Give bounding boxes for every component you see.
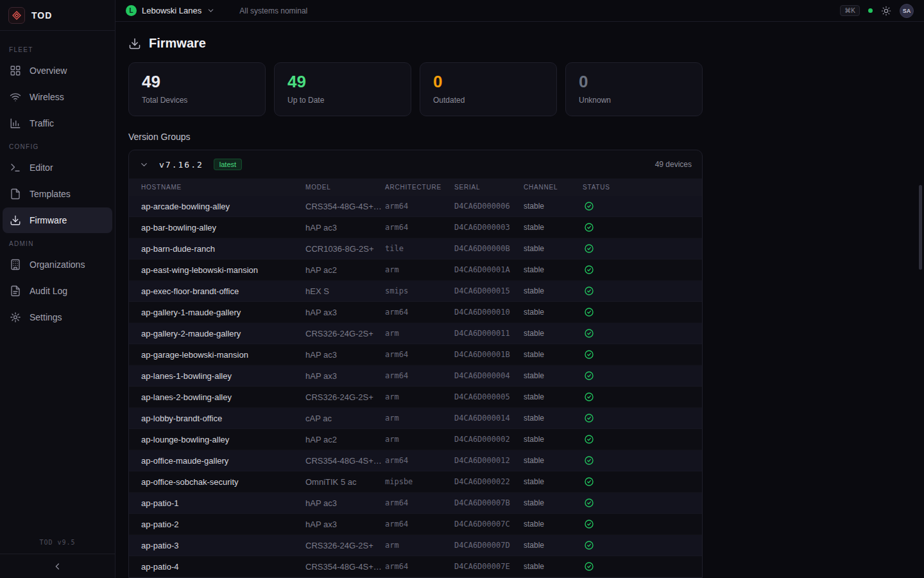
cell-hostname: ap-gallery-2-maude-gallery <box>141 329 305 338</box>
cell-channel: stable <box>524 308 583 317</box>
table-row[interactable]: ap-office-maude-gallery CRS354-48G-4S+… … <box>129 450 702 471</box>
cell-architecture: arm64 <box>385 223 454 232</box>
sidebar-item-templates[interactable]: Templates <box>3 181 112 207</box>
stat-value: 49 <box>142 73 252 91</box>
cell-model: hAP ac3 <box>305 223 385 232</box>
table-row[interactable]: ap-patio-3 CRS326-24G-2S+ arm D4CA6D0000… <box>129 535 702 556</box>
sidebar-item-label: Editor <box>30 162 53 173</box>
table-row[interactable]: ap-arcade-bowling-alley CRS354-48G-4S+… … <box>129 196 702 217</box>
table-row[interactable]: ap-lobby-brandt-office cAP ac arm D4CA6D… <box>129 408 702 429</box>
table-row[interactable]: ap-gallery-2-maude-gallery CRS326-24G-2S… <box>129 323 702 344</box>
cell-model: hAP ax3 <box>305 371 385 381</box>
cell-hostname: ap-gallery-1-maude-gallery <box>141 308 305 317</box>
sidebar-item-label: Wireless <box>30 92 64 102</box>
table-row[interactable]: ap-lanes-1-bowling-alley hAP ax3 arm64 D… <box>129 365 702 387</box>
cell-channel: stable <box>524 286 583 295</box>
cell-architecture: arm64 <box>385 350 454 359</box>
user-avatar[interactable]: SA <box>900 4 914 18</box>
cell-hostname: ap-barn-dude-ranch <box>141 244 305 254</box>
cell-model: hEX S <box>305 286 385 296</box>
cell-status <box>583 222 702 232</box>
sidebar: TOD FLEET Overview Wireless Traffic CONF… <box>0 0 116 578</box>
cell-hostname: ap-patio-1 <box>141 498 305 508</box>
cell-model: hAP ac3 <box>305 350 385 360</box>
cell-serial: D4CA6D000003 <box>454 223 524 232</box>
check-circle-icon <box>584 561 594 572</box>
check-circle-icon <box>584 392 594 402</box>
sidebar-nav: FLEET Overview Wireless Traffic CONFIG E… <box>0 31 115 331</box>
cell-serial: D4CA6D000014 <box>454 414 524 423</box>
cell-architecture: arm64 <box>385 498 454 507</box>
cell-serial: D4CA6D00000B <box>454 244 524 253</box>
cell-serial: D4CA6D000022 <box>454 477 524 486</box>
version-groups-heading: Version Groups <box>128 132 703 142</box>
table-row[interactable]: ap-patio-2 hAP ax3 arm64 D4CA6D00007C st… <box>129 514 702 535</box>
table-row[interactable]: ap-east-wing-lebowski-mansion hAP ac2 ar… <box>129 259 702 281</box>
cell-architecture: arm64 <box>385 520 454 529</box>
chevron-down-icon[interactable] <box>207 6 215 15</box>
check-circle-icon <box>584 477 594 487</box>
check-circle-icon <box>584 286 594 296</box>
cell-architecture: arm <box>385 329 454 338</box>
cell-hostname: ap-patio-4 <box>141 562 305 572</box>
theme-toggle-sun-icon[interactable] <box>881 6 891 16</box>
table-row[interactable]: ap-patio-1 hAP ac3 arm64 D4CA6D00007B st… <box>129 493 702 514</box>
cell-serial: D4CA6D000005 <box>454 392 524 401</box>
cell-serial: D4CA6D000015 <box>454 286 524 295</box>
app-logo[interactable] <box>8 7 25 24</box>
nav-section-config: CONFIG <box>0 137 115 154</box>
sidebar-item-settings[interactable]: Settings <box>3 304 112 330</box>
table-row[interactable]: ap-lanes-2-bowling-alley CRS326-24G-2S+ … <box>129 387 702 408</box>
check-circle-icon <box>584 349 594 360</box>
cell-channel: stable <box>524 223 583 232</box>
table-row[interactable]: ap-lounge-bowling-alley hAP ac2 arm D4CA… <box>129 429 702 450</box>
table-row[interactable]: ap-gallery-1-maude-gallery hAP ax3 arm64… <box>129 302 702 323</box>
cell-architecture: arm64 <box>385 456 454 465</box>
check-circle-icon <box>584 540 594 550</box>
cell-status <box>583 349 702 360</box>
cell-channel: stable <box>524 265 583 274</box>
stat-label: Total Devices <box>142 96 252 105</box>
cell-hostname: ap-arcade-bowling-alley <box>141 202 305 211</box>
cell-architecture: tile <box>385 244 454 253</box>
table-row[interactable]: ap-patio-4 CRS354-48G-4S+… arm64 D4CA6D0… <box>129 556 702 577</box>
check-circle-icon <box>584 519 594 529</box>
file-icon <box>10 188 21 200</box>
sidebar-item-audit-log[interactable]: Audit Log <box>3 278 112 304</box>
check-circle-icon <box>584 413 594 423</box>
layout-grid-icon <box>10 65 21 76</box>
org-avatar[interactable]: L <box>126 5 137 16</box>
org-name[interactable]: Lebowski Lanes <box>142 6 201 15</box>
scrollbar-thumb[interactable] <box>919 185 922 270</box>
cell-model: hAP ax3 <box>305 308 385 317</box>
stat-label: Outdated <box>433 96 543 105</box>
check-circle-icon <box>584 328 594 338</box>
check-circle-icon <box>584 434 594 444</box>
table-row[interactable]: ap-office-sobchak-security OmniTIK 5 ac … <box>129 471 702 493</box>
table-row[interactable]: ap-garage-lebowski-mansion hAP ac3 arm64… <box>129 344 702 365</box>
latest-badge: latest <box>214 159 242 170</box>
chevron-down-icon[interactable] <box>139 160 149 170</box>
table-row[interactable]: ap-exec-floor-brandt-office hEX S smips … <box>129 281 702 302</box>
device-count: 49 devices <box>655 160 692 169</box>
cell-channel: stable <box>524 520 583 529</box>
sidebar-item-label: Organizations <box>30 259 85 270</box>
table-row[interactable]: ap-bar-bowling-alley hAP ac3 arm64 D4CA6… <box>129 217 702 238</box>
terminal-icon <box>10 162 21 173</box>
table-row[interactable]: ap-barn-dude-ranch CCR1036-8G-2S+ tile D… <box>129 238 702 259</box>
sidebar-item-wireless[interactable]: Wireless <box>3 84 112 110</box>
sidebar-item-firmware[interactable]: Firmware <box>3 207 112 233</box>
sidebar-item-traffic[interactable]: Traffic <box>3 110 112 136</box>
cell-hostname: ap-bar-bowling-alley <box>141 223 305 232</box>
cell-model: CRS326-24G-2S+ <box>305 541 385 550</box>
version-group-header[interactable]: v7.16.2 latest 49 devices <box>129 150 702 179</box>
sidebar-item-organizations[interactable]: Organizations <box>3 252 112 277</box>
check-circle-icon <box>584 307 594 317</box>
sidebar-item-overview[interactable]: Overview <box>3 58 112 83</box>
sidebar-collapse-button[interactable] <box>0 554 115 578</box>
cell-model: CRS354-48G-4S+… <box>305 456 385 466</box>
cell-status <box>583 328 702 338</box>
cell-hostname: ap-lounge-bowling-alley <box>141 435 305 444</box>
command-palette-shortcut[interactable]: ⌘K <box>840 5 860 16</box>
sidebar-item-editor[interactable]: Editor <box>3 155 112 180</box>
